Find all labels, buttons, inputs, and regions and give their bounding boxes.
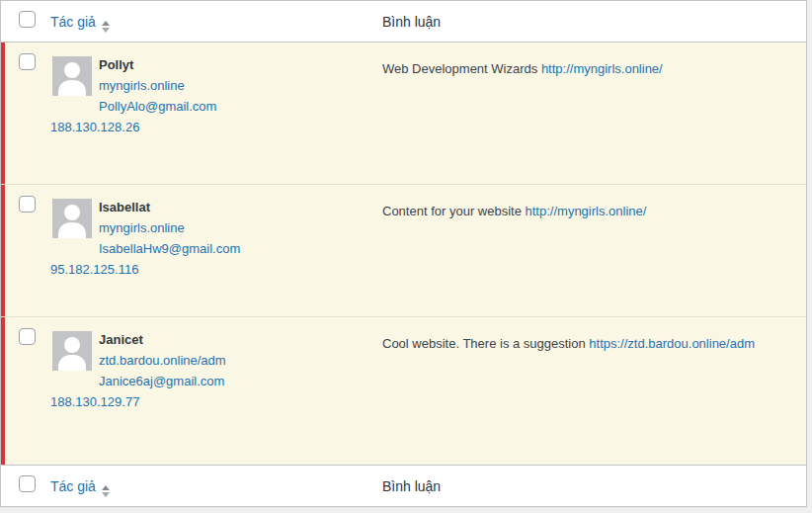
author-email-link[interactable]: PollyAlo@gmail.com xyxy=(99,99,216,114)
avatar xyxy=(52,331,92,371)
table-footer-row: Tác giả Bình luận xyxy=(1,465,806,506)
author-email-link[interactable]: IsabellaHw9@gmail.com xyxy=(99,241,240,256)
comment-text: Web Development Wizards xyxy=(382,61,541,76)
footer-checkbox-cell xyxy=(1,466,46,506)
author-url-link[interactable]: ztd.bardou.online/adm xyxy=(99,353,226,368)
author-cell: Isabellat myngirls.online IsabellaHw9@gm… xyxy=(46,185,374,316)
header-comment-label: Bình luận xyxy=(382,14,441,30)
author-ip-link[interactable]: 188.130.129.77 xyxy=(50,394,139,409)
footer-comment-label: Bình luận xyxy=(382,478,441,494)
table-header-row: Tác giả Bình luận xyxy=(1,1,806,43)
footer-author-cell: Tác giả xyxy=(46,466,374,506)
footer-author-label: Tác giả xyxy=(50,478,96,494)
header-comment-cell: Bình luận xyxy=(374,1,806,42)
comment-row: Isabellat myngirls.online IsabellaHw9@gm… xyxy=(1,184,806,316)
header-checkbox-cell xyxy=(1,1,46,42)
sort-up-arrow-icon xyxy=(102,21,110,26)
author-ip-link[interactable]: 95.182.125.116 xyxy=(50,262,138,277)
comment-text: Content for your website xyxy=(382,204,526,218)
comment-url-link[interactable]: http://myngirls.online/ xyxy=(526,204,647,218)
avatar xyxy=(52,199,92,238)
header-author-cell: Tác giả xyxy=(46,1,374,42)
row-select-checkbox[interactable] xyxy=(19,328,36,345)
row-select-checkbox[interactable] xyxy=(19,196,36,213)
sort-down-arrow-icon xyxy=(102,492,110,497)
sort-icon[interactable] xyxy=(102,21,110,33)
row-checkbox-cell xyxy=(1,317,46,465)
avatar-person-icon xyxy=(64,337,80,353)
sort-by-author-link[interactable]: Tác giả xyxy=(50,478,96,494)
sort-up-arrow-icon xyxy=(102,485,110,490)
avatar-person-icon xyxy=(64,205,80,220)
header-author-label: Tác giả xyxy=(50,14,96,30)
author-email-link[interactable]: Janice6aj@gmail.com xyxy=(99,374,224,388)
row-checkbox-cell xyxy=(1,185,46,316)
author-url-link[interactable]: myngirls.online xyxy=(99,220,185,235)
comment-url-link[interactable]: https://ztd.bardou.online/adm xyxy=(589,336,755,351)
author-name: Isabellat xyxy=(99,200,150,214)
comment-cell: Cool website. There is a suggestion http… xyxy=(374,317,806,465)
comment-cell: Content for your website http://myngirls… xyxy=(374,185,806,316)
author-url-link[interactable]: myngirls.online xyxy=(99,78,185,93)
comment-row: Pollyt myngirls.online PollyAlo@gmail.co… xyxy=(1,43,806,184)
comment-cell: Web Development Wizards http://myngirls.… xyxy=(374,43,806,184)
row-checkbox-cell xyxy=(1,43,46,184)
select-all-checkbox[interactable] xyxy=(19,475,36,492)
select-all-checkbox[interactable] xyxy=(19,11,36,28)
author-ip-link[interactable]: 188.130.128.26 xyxy=(50,120,139,134)
comments-table: Tác giả Bình luận Pollyt myngirls.online… xyxy=(0,0,807,507)
sort-by-author-link[interactable]: Tác giả xyxy=(50,14,96,30)
comment-url-link[interactable]: http://myngirls.online/ xyxy=(541,61,663,76)
comment-text: Cool website. There is a suggestion xyxy=(382,336,589,351)
avatar xyxy=(52,56,92,96)
sort-down-arrow-icon xyxy=(102,28,110,33)
author-cell: Pollyt myngirls.online PollyAlo@gmail.co… xyxy=(46,43,374,184)
author-name: Janicet xyxy=(99,332,143,347)
footer-comment-cell: Bình luận xyxy=(374,466,806,506)
avatar-person-icon xyxy=(64,62,80,78)
author-name: Pollyt xyxy=(99,57,133,72)
sort-icon[interactable] xyxy=(102,485,110,497)
author-cell: Janicet ztd.bardou.online/adm Janice6aj@… xyxy=(46,317,374,465)
row-select-checkbox[interactable] xyxy=(19,53,36,70)
comment-row: Janicet ztd.bardou.online/adm Janice6aj@… xyxy=(1,316,806,465)
